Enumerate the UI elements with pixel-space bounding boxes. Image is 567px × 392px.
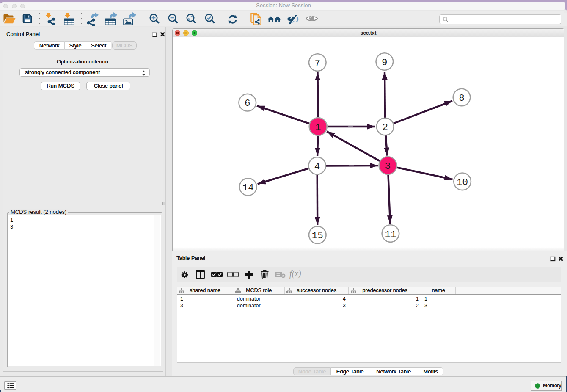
svg-text:4: 4 [314, 161, 320, 172]
svg-text:15: 15 [312, 230, 323, 241]
svg-text:14: 14 [242, 182, 254, 193]
svg-text:10: 10 [457, 177, 468, 188]
svg-text:1: 1 [315, 122, 321, 133]
svg-text:6: 6 [245, 98, 250, 109]
svg-text:9: 9 [382, 57, 388, 68]
svg-text:7: 7 [315, 58, 321, 69]
svg-text:8: 8 [459, 93, 465, 104]
svg-text:3: 3 [385, 161, 391, 172]
svg-text:2: 2 [382, 122, 388, 133]
svg-text:11: 11 [385, 229, 396, 240]
